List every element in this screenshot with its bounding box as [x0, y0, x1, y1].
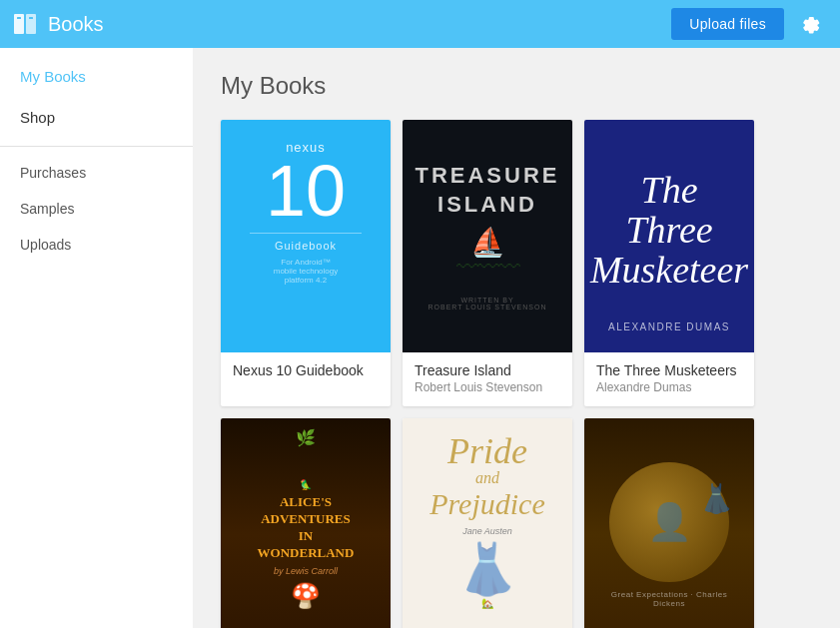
book-card-nexus10[interactable]: nexus 10 Guidebook For Android™mobile te…	[221, 120, 391, 406]
sidebar-item-uploads[interactable]: Uploads	[0, 227, 193, 263]
alice-bird: 🦜	[300, 479, 312, 490]
alice-leaf-decoration: 🌿	[296, 428, 316, 447]
svg-rect-2	[17, 17, 21, 19]
book-title-treasure: Treasure Island	[415, 362, 560, 378]
expectations-circle: 👤 👗	[609, 462, 729, 582]
book-info-nexus10: Nexus 10 Guidebook	[221, 352, 391, 390]
books-logo-icon	[12, 10, 40, 38]
book-cover-pride: Pride and Prejudice Jane Austen 👗 🏡	[403, 418, 572, 628]
pride-and-text: and	[475, 469, 499, 487]
page-title: My Books	[221, 72, 812, 100]
book-cover-nexus10: nexus 10 Guidebook For Android™mobile te…	[221, 120, 391, 352]
sidebar-item-samples[interactable]: Samples	[0, 191, 193, 227]
book-card-treasure[interactable]: TREASUREISLAND ⛵ 〰〰〰 WRITTEN BYROBERT LO…	[403, 120, 572, 406]
expectations-figure2: 👗	[699, 482, 734, 515]
pride-title-text: Pride	[447, 433, 527, 469]
treasure-written-by: WRITTEN BYROBERT LOUIS STEVENSON	[428, 297, 547, 311]
app-title: Books	[48, 13, 104, 36]
sidebar-item-shop[interactable]: Shop	[0, 97, 193, 138]
nexus-number: 10	[266, 155, 346, 227]
nexus-divider	[250, 233, 362, 234]
pride-prejudice-text: Prejudice	[429, 487, 545, 520]
expectations-figure: 👤	[647, 501, 692, 543]
books-grid: nexus 10 Guidebook For Android™mobile te…	[221, 120, 812, 628]
sidebar-item-my-books[interactable]: My Books	[0, 56, 193, 97]
book-title-musketeer: The Three Musketeers	[596, 362, 742, 378]
book-title-nexus10: Nexus 10 Guidebook	[233, 362, 379, 378]
sidebar-divider	[0, 146, 193, 147]
book-cover-treasure: TREASUREISLAND ⛵ 〰〰〰 WRITTEN BYROBERT LO…	[403, 120, 572, 352]
pride-jane-austen: Jane Austen	[462, 526, 512, 536]
pride-landscape: 🏡	[481, 598, 493, 609]
gear-icon	[799, 13, 821, 35]
alice-title-text: ALICE'SADVENTURESINWONDERLAND	[248, 494, 365, 562]
settings-button[interactable]	[792, 6, 828, 42]
book-cover-alice: 🌿 🦜 ALICE'SADVENTURESINWONDERLAND by Lew…	[221, 418, 391, 628]
sidebar-item-purchases[interactable]: Purchases	[0, 155, 193, 191]
app-header: Books Upload files	[0, 0, 840, 48]
upload-files-button[interactable]: Upload files	[671, 8, 784, 40]
treasure-waves: 〰〰〰	[456, 255, 519, 281]
book-author-treasure: Robert Louis Stevenson	[415, 380, 560, 394]
svg-rect-3	[29, 17, 33, 19]
nexus-sub: For Android™mobile technologyplatform 4.…	[274, 258, 338, 285]
sidebar: My Books Shop Purchases Samples Uploads	[0, 48, 193, 628]
book-card-pride[interactable]: Pride and Prejudice Jane Austen 👗 🏡 Prid…	[403, 418, 572, 628]
pride-silhouette: 👗	[456, 544, 518, 594]
book-card-expectations[interactable]: 👤 👗 Great Expectations · Charles Dickens…	[584, 418, 754, 628]
book-author-musketeer: Alexandre Dumas	[596, 380, 742, 394]
book-cover-expectations: 👤 👗 Great Expectations · Charles Dickens	[584, 418, 754, 628]
alice-mushroom-icon: 🍄	[291, 582, 321, 610]
book-cover-musketeer: TheThreeMusketeer ALEXANDRE DUMAS	[584, 120, 754, 352]
nexus-guidebook: Guidebook	[275, 240, 337, 252]
book-card-alice[interactable]: 🌿 🦜 ALICE'SADVENTURESINWONDERLAND by Lew…	[221, 418, 391, 628]
musketeer-author-text: ALEXANDRE DUMAS	[608, 321, 730, 337]
expectations-title-text: Great Expectations · Charles Dickens	[584, 590, 754, 608]
app-layout: My Books Shop Purchases Samples Uploads …	[0, 48, 840, 628]
musketeer-script-text: TheThreeMusketeer	[590, 171, 748, 291]
book-info-musketeer: The Three Musketeers Alexandre Dumas	[584, 352, 754, 406]
logo: Books	[12, 10, 104, 38]
alice-author-text: by Lewis Carroll	[274, 566, 338, 576]
book-info-treasure: Treasure Island Robert Louis Stevenson	[403, 352, 572, 406]
main-content: My Books nexus 10 Guidebook For Android™…	[193, 48, 840, 628]
book-card-musketeer[interactable]: TheThreeMusketeer ALEXANDRE DUMAS The Th…	[584, 120, 754, 406]
treasure-title-text: TREASUREISLAND	[415, 162, 559, 219]
